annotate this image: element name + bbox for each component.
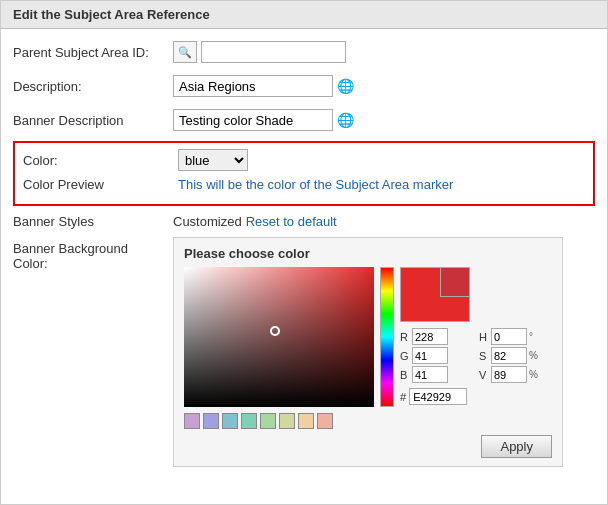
color-label: Color: xyxy=(23,153,178,168)
h-row: H ° xyxy=(479,328,552,345)
b-row: B xyxy=(400,366,473,383)
banner-bg-section: Banner Background Color: Please choose c… xyxy=(13,237,595,467)
parent-subject-area-value: 🔍 xyxy=(173,41,595,63)
banner-bg-label: Banner Background Color: xyxy=(13,237,173,271)
page-container: Edit the Subject Area Reference Parent S… xyxy=(0,0,608,505)
h-unit: ° xyxy=(529,331,533,342)
color-swatch-small xyxy=(440,267,470,297)
g-label: G xyxy=(400,350,410,362)
palette-row xyxy=(184,413,552,429)
color-picker-panel: Please choose color xyxy=(173,237,563,467)
swatch-7[interactable] xyxy=(298,413,314,429)
g-input[interactable] xyxy=(412,347,448,364)
banner-description-row: Banner Description 🌐 xyxy=(13,107,595,133)
hex-row: # xyxy=(400,388,552,405)
description-row: Description: 🌐 xyxy=(13,73,595,99)
search-button[interactable]: 🔍 xyxy=(173,41,197,63)
picker-right: R H ° G xyxy=(400,267,552,405)
banner-description-label: Banner Description xyxy=(13,113,173,128)
swatch-6[interactable] xyxy=(279,413,295,429)
globe-icon: 🌐 xyxy=(337,78,354,94)
s-unit: % xyxy=(529,350,538,361)
v-unit: % xyxy=(529,369,538,380)
hex-input[interactable] xyxy=(409,388,467,405)
b-label: B xyxy=(400,369,410,381)
description-label: Description: xyxy=(13,79,173,94)
v-input[interactable] xyxy=(491,366,527,383)
parent-subject-area-row: Parent Subject Area ID: 🔍 xyxy=(13,39,595,65)
h-label: H xyxy=(479,331,489,343)
globe-icon-2: 🌐 xyxy=(337,112,354,128)
reset-to-default-link[interactable]: Reset to default xyxy=(246,214,337,229)
description-value: 🌐 xyxy=(173,75,595,97)
banner-description-value: 🌐 xyxy=(173,109,595,131)
color-row: Color: blue red green yellow white black xyxy=(23,149,585,171)
hex-label: # xyxy=(400,391,406,403)
swatch-4[interactable] xyxy=(241,413,257,429)
picker-title: Please choose color xyxy=(184,246,552,261)
page-title: Edit the Subject Area Reference xyxy=(1,1,607,29)
r-row: R xyxy=(400,328,473,345)
color-preview-label: Color Preview xyxy=(23,177,178,192)
parent-subject-area-label: Parent Subject Area ID: xyxy=(13,45,173,60)
swatch-3[interactable] xyxy=(222,413,238,429)
banner-styles-value: Customized Reset to default xyxy=(173,214,595,229)
swatch-2[interactable] xyxy=(203,413,219,429)
s-label: S xyxy=(479,350,489,362)
customized-text: Customized xyxy=(173,214,242,229)
form-body: Parent Subject Area ID: 🔍 Description: 🌐… xyxy=(1,29,607,485)
swatch-5[interactable] xyxy=(260,413,276,429)
picker-circle xyxy=(270,326,280,336)
s-input[interactable] xyxy=(491,347,527,364)
swatch-1[interactable] xyxy=(184,413,200,429)
v-row: V % xyxy=(479,366,552,383)
banner-description-input[interactable] xyxy=(173,109,333,131)
banner-styles-label: Banner Styles xyxy=(13,214,173,229)
color-preview-row: Color Preview This will be the color of … xyxy=(23,177,585,192)
gradient-box[interactable] xyxy=(184,267,374,407)
g-row: G xyxy=(400,347,473,364)
banner-styles-row: Banner Styles Customized Reset to defaul… xyxy=(13,214,595,229)
apply-button[interactable]: Apply xyxy=(481,435,552,458)
color-select-wrap: blue red green yellow white black xyxy=(178,149,248,171)
r-input[interactable] xyxy=(412,328,448,345)
h-input[interactable] xyxy=(491,328,527,345)
s-row: S % xyxy=(479,347,552,364)
description-input[interactable] xyxy=(173,75,333,97)
v-label: V xyxy=(479,369,489,381)
parent-subject-area-input[interactable] xyxy=(201,41,346,63)
apply-btn-row: Apply xyxy=(184,435,552,458)
color-section: Color: blue red green yellow white black… xyxy=(13,141,595,206)
hue-slider[interactable] xyxy=(380,267,394,407)
color-select[interactable]: blue red green yellow white black xyxy=(178,149,248,171)
b-input[interactable] xyxy=(412,366,448,383)
r-label: R xyxy=(400,331,410,343)
color-preview-text: This will be the color of the Subject Ar… xyxy=(178,177,453,192)
picker-main: R H ° G xyxy=(184,267,552,407)
swatch-8[interactable] xyxy=(317,413,333,429)
